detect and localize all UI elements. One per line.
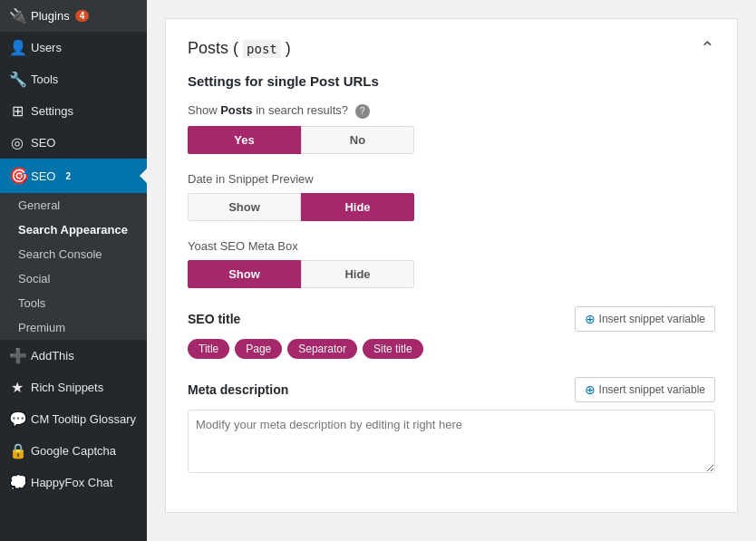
- sidebar-cm-tooltip-label: CM Tooltip Glossary: [31, 412, 136, 426]
- panel-title-prefix: Posts: [188, 39, 228, 57]
- insert-snippet-label: Insert snippet variable: [599, 313, 705, 325]
- show-posts-yes-btn[interactable]: Yes: [188, 126, 301, 154]
- seo-title-header: SEO title ⊕ Insert snippet variable: [188, 306, 715, 332]
- show-posts-bold: Posts: [220, 103, 252, 117]
- meta-box-label: Yoast SEO Meta Box: [188, 239, 715, 253]
- submenu-general-label: General: [18, 198, 60, 212]
- sidebar-rich-snippets-label: Rich Snippets: [31, 381, 103, 394]
- submenu-item-search-appearance[interactable]: Search Appearance: [0, 217, 147, 242]
- cm-tooltip-icon: 💬: [9, 411, 25, 428]
- date-snippet-toggle: Show Hide: [188, 193, 414, 221]
- panel-header: Posts ( post ) ⌃: [188, 37, 715, 59]
- submenu-item-premium[interactable]: Premium: [0, 315, 147, 340]
- submenu-item-tools[interactable]: Tools: [0, 291, 147, 315]
- sidebar-item-tools-label: Tools: [31, 72, 58, 86]
- meta-desc-textarea[interactable]: [188, 410, 715, 473]
- section-title: Settings for single Post URLs: [188, 73, 715, 89]
- google-captcha-icon: 🔒: [9, 442, 25, 459]
- sidebar-item-plugins-label: Plugins: [31, 9, 70, 23]
- show-posts-suffix: in search results?: [253, 103, 349, 117]
- sidebar-google-captcha-label: Google Captcha: [31, 444, 116, 458]
- meta-box-hide-btn[interactable]: Hide: [301, 260, 414, 288]
- show-posts-toggle: Yes No: [188, 126, 414, 154]
- seo-submenu: General Search Appearance Search Console…: [0, 193, 147, 340]
- submenu-item-social[interactable]: Social: [0, 266, 147, 291]
- submenu-search-appearance-label: Search Appearance: [18, 223, 128, 237]
- sidebar-item-tools[interactable]: 🔧 Tools: [0, 63, 147, 95]
- tag-title[interactable]: Title: [188, 339, 229, 359]
- sidebar: 🔌 Plugins 4 👤 Users 🔧 Tools ⊞ Settings ◎…: [0, 0, 147, 541]
- seo-title-section: SEO title ⊕ Insert snippet variable Titl…: [188, 306, 715, 359]
- insert-snippet-button[interactable]: ⊕ Insert snippet variable: [575, 306, 715, 332]
- insert-snippet-button-2[interactable]: ⊕ Insert snippet variable: [575, 377, 715, 402]
- seo-badge: 2: [61, 170, 75, 182]
- panel-title: Posts ( post ): [188, 39, 291, 58]
- date-snippet-label: Date in Snippet Preview: [188, 172, 715, 186]
- panel-title-paren-close: ): [286, 39, 291, 57]
- tag-site-title[interactable]: Site title: [363, 339, 423, 359]
- submenu-premium-label: Premium: [18, 321, 65, 334]
- plus-icon-2: ⊕: [585, 382, 596, 397]
- sidebar-item-seo-label: SEO: [31, 169, 55, 183]
- meta-box-show-btn[interactable]: Show: [188, 260, 301, 288]
- show-posts-no-btn[interactable]: No: [301, 126, 414, 154]
- sidebar-item-seo-top[interactable]: ◎ SEO: [0, 127, 147, 159]
- submenu-item-general[interactable]: General: [0, 193, 147, 217]
- content-panel: Posts ( post ) ⌃ Settings for single Pos…: [165, 18, 738, 513]
- happyfox-icon: 💭: [9, 474, 25, 491]
- collapse-button[interactable]: ⌃: [700, 37, 715, 59]
- meta-desc-label: Meta description: [188, 382, 288, 397]
- meta-description-section: Meta description ⊕ Insert snippet variab…: [188, 377, 715, 476]
- sidebar-item-users[interactable]: 👤 Users: [0, 32, 147, 63]
- seo-title-label: SEO title: [188, 312, 240, 326]
- show-posts-label: Show Posts in search results? ?: [188, 103, 715, 119]
- seo-tags-row: Title Page Separator Site title: [188, 339, 715, 359]
- meta-desc-header: Meta description ⊕ Insert snippet variab…: [188, 377, 715, 402]
- users-icon: 👤: [9, 39, 25, 56]
- tag-page[interactable]: Page: [235, 339, 282, 359]
- sidebar-item-happyfox[interactable]: 💭 HappyFox Chat: [0, 467, 147, 498]
- main-content: Posts ( post ) ⌃ Settings for single Pos…: [147, 0, 756, 541]
- panel-title-code: post: [243, 40, 281, 58]
- seo-top-icon: ◎: [9, 134, 25, 151]
- plus-icon: ⊕: [585, 312, 596, 326]
- tag-separator[interactable]: Separator: [287, 339, 357, 359]
- show-posts-prefix: Show: [188, 103, 220, 117]
- tools-icon: 🔧: [9, 71, 25, 88]
- sidebar-item-google-captcha[interactable]: 🔒 Google Captcha: [0, 435, 147, 467]
- plugins-badge: 4: [75, 10, 90, 22]
- sidebar-item-plugins[interactable]: 🔌 Plugins 4: [0, 0, 147, 32]
- meta-box-toggle: Show Hide: [188, 260, 414, 288]
- submenu-social-label: Social: [18, 272, 50, 285]
- sidebar-item-seo[interactable]: 🎯 SEO 2: [0, 159, 147, 193]
- rich-snippets-icon: ★: [9, 379, 25, 396]
- sidebar-item-addthis[interactable]: ➕ AddThis: [0, 340, 147, 372]
- sidebar-item-rich-snippets[interactable]: ★ Rich Snippets: [0, 372, 147, 403]
- help-icon[interactable]: ?: [355, 104, 370, 119]
- date-snippet-field: Date in Snippet Preview Show Hide: [188, 172, 715, 221]
- seo-icon: 🎯: [9, 166, 25, 186]
- submenu-tools-label: Tools: [18, 296, 45, 310]
- sidebar-item-settings-label: Settings: [31, 104, 73, 118]
- settings-icon: ⊞: [9, 102, 25, 120]
- meta-box-field: Yoast SEO Meta Box Show Hide: [188, 239, 715, 288]
- date-show-btn[interactable]: Show: [188, 193, 301, 221]
- panel-title-paren-open: (: [233, 39, 243, 57]
- sidebar-addthis-label: AddThis: [31, 349, 74, 362]
- sidebar-item-settings[interactable]: ⊞ Settings: [0, 95, 147, 127]
- sidebar-happyfox-label: HappyFox Chat: [31, 476, 112, 489]
- date-hide-btn[interactable]: Hide: [301, 193, 414, 221]
- sidebar-item-cm-tooltip[interactable]: 💬 CM Tooltip Glossary: [0, 403, 147, 435]
- sidebar-item-users-label: Users: [31, 41, 62, 54]
- insert-snippet-label-2: Insert snippet variable: [599, 383, 705, 396]
- submenu-search-console-label: Search Console: [18, 247, 102, 261]
- show-posts-field: Show Posts in search results? ? Yes No: [188, 103, 715, 154]
- submenu-item-search-console[interactable]: Search Console: [0, 242, 147, 266]
- addthis-icon: ➕: [9, 347, 25, 364]
- plugins-icon: 🔌: [9, 7, 25, 24]
- sidebar-item-seo-top-label: SEO: [31, 136, 55, 150]
